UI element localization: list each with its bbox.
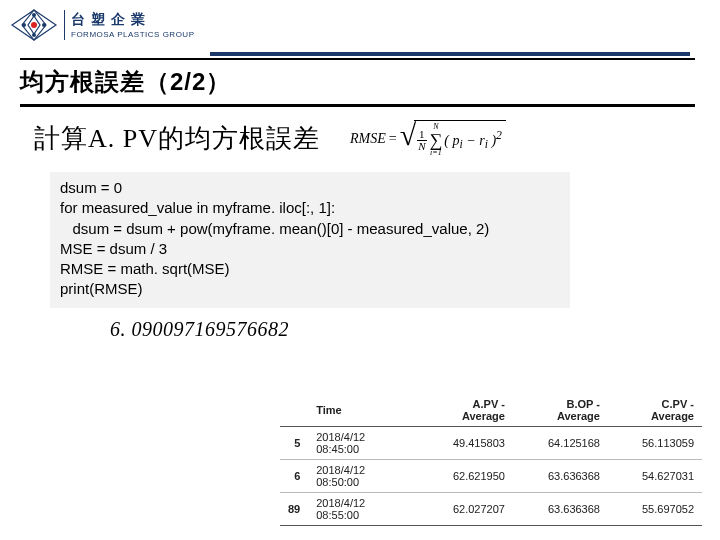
table-row: 6 2018/4/12 08:50:00 62.621950 63.636368… — [280, 460, 702, 493]
col-time: Time — [308, 394, 419, 427]
sqrt-icon: √ 1 N N ∑ i=1 ( pi − ri )2 — [400, 120, 506, 157]
separator — [64, 10, 65, 40]
svg-point-3 — [31, 22, 37, 28]
code-line: dsum = 0 — [60, 178, 560, 198]
col-bop: B.OP - Average — [513, 394, 608, 427]
brand-name-en: FORMOSA PLASTICS GROUP — [71, 30, 194, 39]
slide-header: 台塑企業 FORMOSA PLASTICS GROUP — [0, 0, 720, 46]
col-apv: A.PV - Average — [419, 394, 513, 427]
code-line: MSE = dsum / 3 — [60, 239, 560, 259]
section-subtitle: 計算A. PV的均方根誤差 — [34, 121, 320, 156]
data-table-wrap: Time A.PV - Average B.OP - Average C.PV … — [280, 394, 702, 526]
title-bar: 均方根誤差（2/2） — [20, 66, 695, 107]
formula-eq: = — [389, 131, 397, 147]
logo-block: 台塑企業 FORMOSA PLASTICS GROUP — [10, 8, 194, 42]
code-line: dsum = dsum + pow(myframe. mean()[0] - m… — [60, 219, 560, 239]
subtitle-row: 計算A. PV的均方根誤差 RMSE = √ 1 N N ∑ i=1 ( pi … — [34, 120, 690, 157]
header-rule-thick — [210, 52, 690, 56]
formula-term: ( pi − ri )2 — [444, 129, 502, 151]
svg-point-4 — [22, 23, 26, 27]
page-title: 均方根誤差（2/2） — [20, 66, 695, 98]
table-header-row: Time A.PV - Average B.OP - Average C.PV … — [280, 394, 702, 427]
formula-fraction: 1 N — [416, 129, 427, 152]
summation-icon: N ∑ i=1 — [430, 123, 443, 157]
code-line: print(RMSE) — [60, 279, 560, 299]
company-logo-icon — [10, 8, 58, 42]
table-row: 89 2018/4/12 08:55:00 62.027207 63.63636… — [280, 493, 702, 526]
code-block: dsum = 0 for measured_value in myframe. … — [50, 172, 570, 308]
svg-point-6 — [32, 13, 36, 17]
data-table: Time A.PV - Average B.OP - Average C.PV … — [280, 394, 702, 526]
col-index — [280, 394, 308, 427]
table-row: 5 2018/4/12 08:45:00 49.415803 64.125168… — [280, 427, 702, 460]
rmse-formula: RMSE = √ 1 N N ∑ i=1 ( pi − ri )2 — [350, 120, 506, 157]
svg-point-7 — [32, 33, 36, 37]
code-output: 6. 090097169576682 — [110, 318, 289, 341]
brand-text: 台塑企業 FORMOSA PLASTICS GROUP — [71, 11, 194, 39]
formula-lhs: RMSE — [350, 131, 386, 147]
brand-name-cn: 台塑企業 — [71, 11, 194, 29]
svg-point-5 — [42, 23, 46, 27]
header-rule-thin — [20, 58, 695, 60]
col-cpv: C.PV - Average — [608, 394, 702, 427]
code-line: for measured_value in myframe. iloc[:, 1… — [60, 198, 560, 218]
code-line: RMSE = math. sqrt(MSE) — [60, 259, 560, 279]
